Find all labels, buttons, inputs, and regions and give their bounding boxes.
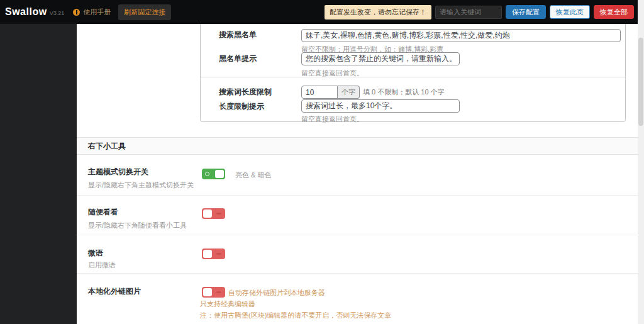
weiyu-label: 微语	[88, 248, 103, 259]
scrollbar	[638, 0, 644, 324]
row-divider	[77, 195, 638, 196]
length-limit-help: 填 0 不限制；默认 10 个字	[363, 87, 445, 97]
manual-link[interactable]: 使用手册	[73, 8, 111, 17]
toggle-knob	[203, 209, 212, 218]
settings-panel: 搜索黑名单 留空不限制；用逗号分割，如：赌博,博彩,彩票 黑名单提示 留空直接返…	[77, 24, 638, 324]
length-tip-input[interactable]	[301, 99, 460, 113]
random-view-label: 随便看看	[88, 207, 118, 218]
theme-toggle-sublabel: 显示/隐藏右下角主题模式切换开关	[88, 181, 194, 190]
length-limit-unit: 个字	[338, 86, 360, 99]
blacklist-tip-input[interactable]	[301, 52, 460, 65]
theme-toggle-note: 亮色 & 暗色	[235, 170, 271, 180]
app-logo: Swallow	[5, 6, 47, 18]
row-divider	[77, 235, 638, 235]
section-header-widgets: 右下小工具	[77, 137, 638, 155]
localize-images-note1: 只支持经典编辑器	[200, 299, 255, 309]
toggle-knob	[203, 288, 212, 296]
restore-page-button[interactable]: 恢复此页	[550, 5, 590, 19]
length-tip-help: 留空直接返回首页。	[301, 115, 364, 124]
length-limit-label: 搜索词长度限制	[219, 87, 272, 98]
row-divider	[77, 273, 638, 274]
save-config-button[interactable]: 保存配置	[506, 5, 546, 19]
toggle-on-icon	[205, 172, 209, 176]
search-settings-group: 搜索黑名单 留空不限制；用逗号分割，如：赌博,博彩,彩票 黑名单提示 留空直接返…	[200, 24, 626, 122]
restore-all-button[interactable]: 恢复全部	[594, 5, 634, 19]
random-view-toggle[interactable]	[202, 208, 225, 219]
top-bar: Swallow V3.21 使用手册 刷新固定连接 配置发生改变，请勿忘记保存！…	[0, 0, 644, 24]
version-label: V3.21	[50, 10, 65, 16]
keyword-search-input[interactable]	[435, 6, 502, 19]
group-divider	[201, 77, 625, 77]
topbar-left: Swallow V3.21 使用手册 刷新固定连接	[5, 4, 171, 20]
refresh-permalink-button[interactable]: 刷新固定连接	[118, 4, 171, 20]
blacklist-tip-label: 黑名单提示	[219, 53, 257, 64]
localize-images-label: 本地化外链图片	[88, 286, 141, 297]
length-limit-input[interactable]	[301, 86, 338, 99]
toggle-knob	[215, 170, 224, 178]
localize-images-note2: 注：使用古腾堡(区块)编辑器的请不要开启，否则无法保存文章	[200, 311, 391, 320]
length-limit-field: 个字	[301, 86, 360, 99]
localize-images-toggle[interactable]	[202, 287, 225, 298]
weiyu-sublabel: 启用微语	[88, 260, 116, 270]
blacklist-label: 搜索黑名单	[219, 30, 257, 40]
theme-mode-toggle[interactable]	[202, 169, 225, 179]
toggle-off-icon	[216, 253, 221, 255]
theme-toggle-label: 主题模式切换开关	[88, 167, 148, 177]
topbar-right: 配置发生改变，请勿忘记保存！ 保存配置 恢复此页 恢复全部	[325, 5, 634, 20]
length-tip-label: 长度限制提示	[219, 101, 264, 112]
random-view-sublabel: 显示/隐藏右下角随便看看小工具	[88, 221, 187, 230]
toggle-knob	[203, 250, 212, 258]
book-icon	[73, 9, 80, 16]
weiyu-toggle[interactable]	[202, 249, 225, 259]
toggle-off-icon	[216, 213, 221, 215]
unsaved-changes-notice: 配置发生改变，请勿忘记保存！	[325, 5, 431, 20]
localize-images-inline-note: 自动存储外链图片到本地服务器	[228, 288, 325, 298]
section-title: 右下小工具	[88, 138, 638, 154]
manual-link-label: 使用手册	[83, 8, 111, 17]
blacklist-input[interactable]	[301, 29, 621, 42]
toggle-off-icon	[216, 291, 221, 293]
scrollbar-thumb[interactable]	[638, 38, 643, 126]
